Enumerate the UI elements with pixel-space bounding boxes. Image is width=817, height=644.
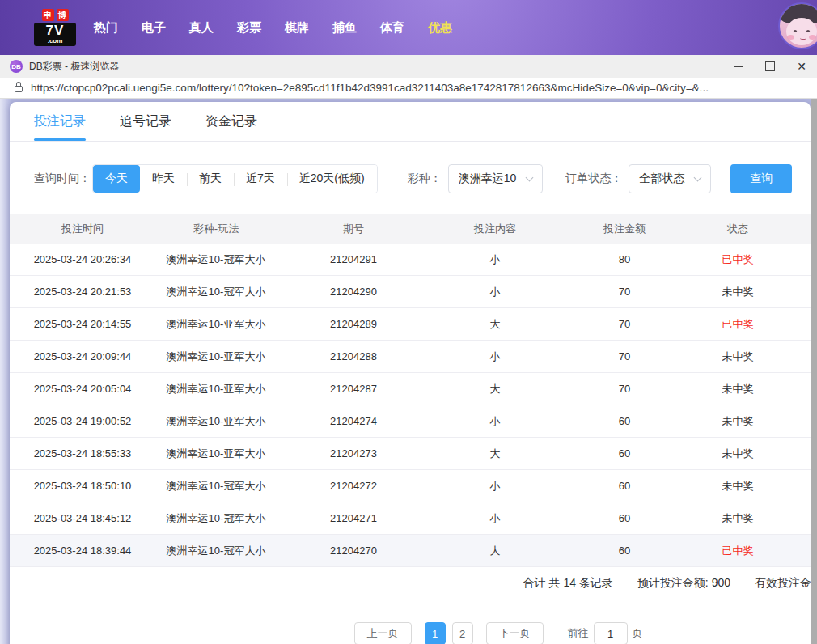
table-row[interactable]: 2025-03-24 18:45:12 澳洲幸运10-冠军大小 21204271… [10, 502, 811, 535]
table-row[interactable]: 2025-03-24 20:14:55 澳洲幸运10-亚军大小 21204289… [10, 308, 811, 341]
time-filter-option[interactable]: 近7天 [234, 165, 287, 193]
avatar-eye [794, 30, 797, 32]
cell-issue: 21204290 [277, 276, 430, 307]
cell-content: 小 [430, 276, 560, 307]
cell-amount: 70 [560, 308, 689, 340]
avatar-blush [787, 35, 794, 40]
table-row[interactable]: 2025-03-24 18:55:33 澳洲幸运10-亚军大小 21204273… [10, 438, 811, 470]
header-issue: 期号 [277, 214, 430, 244]
summary-bar: 合计 共 14 条记录 预计投注金额: 900 有效投注金额 [10, 567, 811, 600]
user-avatar[interactable] [778, 2, 817, 49]
next-page-button[interactable]: 下一页 [486, 622, 544, 644]
logo-main-text: 7V [36, 23, 74, 37]
cell-game: 澳洲幸运10-冠军大小 [155, 502, 277, 534]
cell-game: 澳洲幸运10-冠军大小 [155, 470, 277, 502]
close-icon[interactable]: ✕ [796, 61, 807, 72]
lottery-select[interactable]: 澳洲幸运10 [448, 164, 544, 193]
nav-menu-item[interactable]: 真人 [189, 20, 214, 36]
avatar-blush [809, 35, 816, 40]
logo-badge-right: 博 [57, 9, 69, 21]
cell-content: 大 [430, 535, 560, 566]
browser-urlbar[interactable]: https://ctopcp02pcali.uengi5e.com/lotter… [0, 78, 817, 99]
cell-content: 小 [430, 244, 560, 275]
pagination: 上一页 1 2 下一页 前往 页 [10, 622, 811, 644]
cell-bet-time: 2025-03-24 18:45:12 [10, 502, 155, 534]
cell-content: 小 [430, 405, 560, 437]
page-number-list: 1 2 [425, 622, 473, 644]
table-row[interactable]: 2025-03-24 20:26:34 澳洲幸运10-冠军大小 21204291… [10, 244, 811, 276]
record-tab[interactable]: 追号记录 [120, 102, 171, 141]
time-filter-option[interactable]: 前天 [187, 165, 234, 193]
cell-status: 未中奖 [689, 373, 786, 405]
prev-page-button[interactable]: 上一页 [354, 622, 412, 644]
logo-badge-left: 申 [42, 9, 54, 21]
lock-icon [15, 86, 23, 92]
avatar-hair-bun [809, 5, 817, 13]
vertical-scrollbar[interactable] [811, 99, 817, 644]
cell-issue: 21204288 [277, 341, 430, 372]
cell-amount: 60 [560, 405, 689, 437]
url-text[interactable]: https://ctopcp02pcali.uengi5e.com/lotter… [31, 82, 709, 94]
cell-status: 未中奖 [689, 405, 786, 437]
nav-menu-item[interactable]: 热门 [94, 20, 118, 36]
page-number-button[interactable]: 1 [425, 622, 446, 644]
cell-bet-time: 2025-03-24 19:00:52 [10, 405, 155, 437]
table-row[interactable]: 2025-03-24 18:39:44 澳洲幸运10-冠军大小 21204270… [10, 535, 811, 567]
records-card: 投注记录 追号记录 资金记录 查询时间： 今天 昨天 前天 近7天 近20 [10, 102, 811, 644]
time-filter-option[interactable]: 昨天 [140, 165, 187, 193]
table-body: 2025-03-24 20:26:34 澳洲幸运10-冠军大小 21204291… [10, 244, 811, 567]
record-tab[interactable]: 资金记录 [205, 102, 257, 141]
table-row[interactable]: 2025-03-24 20:05:04 澳洲幸运10-亚军大小 21204287… [10, 373, 811, 405]
table-row[interactable]: 2025-03-24 20:21:53 澳洲幸运10-冠军大小 21204290… [10, 276, 811, 308]
table-row[interactable]: 2025-03-24 20:09:44 澳洲幸运10-亚军大小 21204288… [10, 341, 811, 373]
goto-page-input[interactable] [594, 622, 628, 644]
cell-game: 澳洲幸运10-冠军大小 [155, 535, 277, 566]
cell-status: 未中奖 [689, 341, 786, 372]
table-row[interactable]: 2025-03-24 19:00:52 澳洲幸运10-亚军大小 21204274… [10, 405, 811, 438]
order-status-select[interactable]: 全部状态 [629, 164, 711, 193]
nav-menu-item[interactable]: 体育 [380, 20, 404, 36]
cell-amount: 70 [560, 341, 689, 372]
site-logo[interactable]: 申 博 7V .com [34, 9, 76, 46]
header-bet-time: 投注时间 [10, 214, 155, 244]
search-button[interactable]: 查询 [730, 164, 792, 193]
cell-issue: 21204272 [277, 470, 430, 502]
table-row[interactable]: 2025-03-24 18:50:10 澳洲幸运10-冠军大小 21204272… [10, 470, 811, 502]
logo-suffix-text: .com [36, 37, 74, 44]
avatar-hair-bun [785, 5, 794, 13]
cell-bet-time: 2025-03-24 18:55:33 [10, 438, 155, 469]
window-title: DB彩票 - 极速浏览器 [29, 60, 119, 74]
cell-issue: 21204271 [277, 502, 430, 534]
record-tab[interactable]: 投注记录 [34, 102, 86, 141]
cell-status: 未中奖 [689, 470, 786, 502]
nav-menu-item[interactable]: 电子 [142, 20, 166, 36]
avatar-eye [806, 30, 810, 32]
time-filter-option[interactable]: 近20天(低频) [287, 165, 377, 193]
page-content: 投注记录 追号记录 资金记录 查询时间： 今天 昨天 前天 近7天 近20 [0, 99, 817, 644]
goto-page-unit: 页 [633, 626, 643, 641]
window-controls: ✕ [733, 61, 807, 72]
minimize-icon[interactable] [733, 61, 744, 72]
logo-badges: 申 博 [34, 9, 76, 21]
cell-game: 澳洲幸运10-亚军大小 [155, 308, 277, 340]
cell-status: 已中奖 [689, 308, 786, 340]
chevron-down-icon [694, 173, 702, 181]
nav-menu-item[interactable]: 棋牌 [285, 20, 309, 36]
time-filter-option[interactable]: 今天 [93, 165, 140, 193]
cell-content: 大 [430, 373, 560, 405]
cell-bet-time: 2025-03-24 20:14:55 [10, 308, 155, 340]
cell-content: 小 [430, 502, 560, 534]
nav-menu-item[interactable]: 彩票 [237, 20, 261, 36]
cell-game: 澳洲幸运10-亚军大小 [155, 341, 277, 372]
nav-menu-item[interactable]: 捕鱼 [332, 20, 357, 36]
cell-issue: 21204289 [277, 308, 430, 340]
nav-menu-item[interactable]: 优惠 [428, 20, 452, 36]
cell-amount: 70 [560, 276, 689, 307]
maximize-icon[interactable] [764, 61, 776, 72]
page-number-button[interactable]: 2 [452, 622, 473, 644]
cell-status: 已中奖 [689, 244, 786, 275]
cell-issue: 21204291 [277, 244, 430, 275]
status-select-label: 订单状态： [565, 172, 622, 186]
cell-amount: 60 [560, 535, 689, 566]
summary-valid-amount: 有效投注金额 [755, 576, 811, 591]
